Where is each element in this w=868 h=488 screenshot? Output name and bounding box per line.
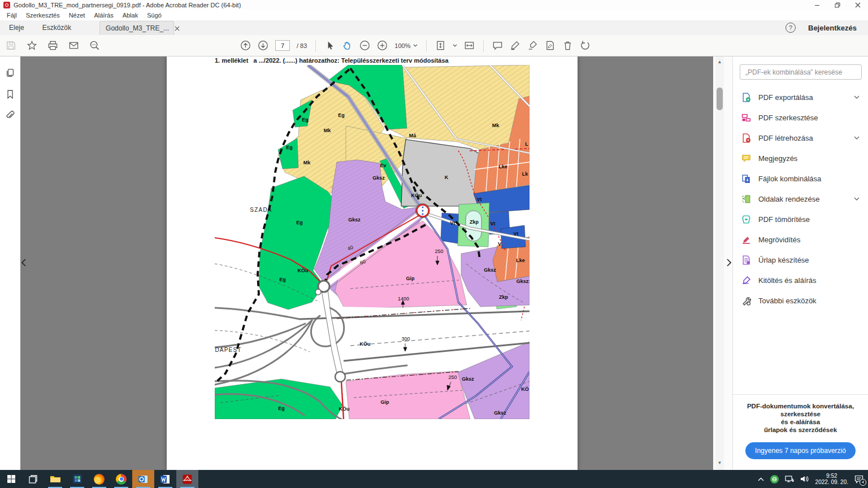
tab-document[interactable]: Godollo_M3_TRE_... (99, 21, 174, 35)
close-button[interactable] (848, 0, 868, 10)
map-label-Mk: Mk (303, 160, 311, 165)
rotate-icon[interactable] (580, 40, 591, 51)
window-title: Godollo_M3_TRE_mod_partnersegi_0919.pdf … (14, 2, 241, 8)
menu-file[interactable]: Fájl (2, 12, 21, 19)
tab-tools[interactable]: Eszközök (33, 20, 80, 35)
sidebar-tool-export-pdf[interactable]: PDF exportálása (733, 87, 868, 107)
restore-button[interactable] (827, 0, 848, 10)
sidebar-tool-organize-pages[interactable]: Oldalak rendezése (733, 189, 868, 209)
send-signature-icon[interactable] (545, 40, 555, 51)
highlight-icon[interactable] (510, 40, 520, 51)
map-label-Gksz: Gksz (372, 175, 385, 181)
tools-search-input[interactable] (740, 64, 862, 80)
zoom-level-select[interactable]: 100% (394, 42, 417, 49)
fit-page-icon[interactable] (435, 40, 446, 51)
free-trial-button[interactable]: Ingyenes 7 napos próbaverzió (745, 442, 856, 459)
tab-home[interactable]: Eleje (0, 20, 33, 35)
expand-right-panel-icon[interactable] (727, 259, 731, 269)
chrome-icon (116, 474, 127, 485)
minimize-button[interactable] (807, 0, 827, 10)
sidebar-tool-redact[interactable]: Megrövidítés (733, 229, 868, 250)
create-pdf-icon (741, 133, 751, 143)
page-thumbnails-icon[interactable] (5, 68, 15, 78)
eset-tray-icon[interactable] (770, 475, 779, 483)
map-label-Gksz: Gksz: (517, 278, 530, 284)
acrobat-app-icon (3, 2, 10, 8)
help-icon[interactable]: ? (785, 23, 796, 33)
word-button[interactable] (154, 470, 176, 488)
document-area[interactable]: 1. melléklet a .../2022. (......) határo… (20, 56, 732, 470)
sidebar-tool-combine-files[interactable]: Fájlok kombinálása (733, 168, 868, 189)
outlook-button[interactable] (132, 470, 154, 488)
menu-sign[interactable]: Aláírás (89, 12, 118, 19)
windows-logo-icon (7, 474, 16, 483)
map-label-V: V (498, 241, 501, 247)
chrome-button[interactable] (110, 470, 132, 488)
scrollbar-thumb[interactable] (717, 88, 723, 110)
email-icon[interactable] (68, 40, 79, 51)
map-label-Gip: Gip (406, 276, 415, 281)
page-total: / 83 (297, 42, 307, 49)
task-view-button[interactable] (22, 470, 44, 488)
select-tool-icon[interactable] (324, 40, 335, 51)
print-icon[interactable] (47, 40, 58, 51)
fill-sign-icon[interactable] (527, 40, 538, 51)
map-label-Vt: Vt (514, 231, 519, 237)
chevron-down-icon[interactable] (854, 197, 860, 201)
sign-in-button[interactable]: Bejelentkezés (808, 24, 857, 32)
sidebar-tool-create-pdf[interactable]: PDF létrehozása (733, 128, 868, 148)
save-icon[interactable] (6, 40, 16, 51)
trial-promo: PDF-dokumentumok konvertálása, szerkeszt… (733, 394, 868, 459)
sidebar-tool-fill-sign[interactable]: Kitöltés és aláírás (733, 270, 868, 290)
sidebar-tool-more-tools[interactable]: További eszközök (733, 290, 868, 311)
zoom-in-icon[interactable] (377, 40, 388, 51)
start-button[interactable] (0, 470, 22, 488)
scroll-down-icon[interactable]: ▼ (715, 459, 724, 467)
menu-view[interactable]: Nézet (64, 12, 90, 19)
tab-bar: Eleje Eszközök Godollo_M3_TRE_... ? Beje… (0, 20, 868, 35)
file-explorer-button[interactable] (44, 470, 66, 488)
delete-pages-icon[interactable] (562, 40, 573, 51)
star-icon[interactable] (27, 40, 37, 51)
app-grid-button[interactable] (66, 470, 88, 488)
vertical-scrollbar[interactable]: ▲ ▼ (715, 56, 724, 470)
zoning-map[interactable]: EgEgMkEgMkMáMkLLkeLkEvGkszKKÖuVtSZADAGks… (215, 65, 530, 419)
attachments-icon[interactable] (5, 111, 15, 121)
chevron-down-icon[interactable] (453, 44, 457, 47)
map-label-Ku: KÖu (298, 268, 309, 273)
map-label-Eg: Eg (302, 117, 309, 123)
tab-close-icon[interactable] (175, 26, 180, 31)
volume-tray-icon[interactable] (800, 475, 809, 483)
sidebar-tool-prepare-form[interactable]: Űrlap készítése (733, 250, 868, 270)
fit-width-icon[interactable] (464, 40, 475, 51)
page-number-input[interactable] (275, 40, 290, 51)
previous-page-icon[interactable] (240, 40, 251, 51)
chevron-down-icon[interactable] (854, 95, 860, 99)
sidebar-tool-compress-pdf[interactable]: PDF tömörítése (733, 209, 868, 229)
page-header-text: 1. melléklet a .../2022. (......) határo… (215, 57, 449, 64)
menu-window[interactable]: Ablak (118, 12, 143, 19)
collapse-left-panel-icon[interactable] (21, 259, 26, 269)
sidebar-tool-edit-pdf[interactable]: PDF szerkesztése (733, 107, 868, 128)
acrobat-taskbar-button[interactable] (176, 470, 198, 488)
pdf-page[interactable]: 1. melléklet a .../2022. (......) határo… (167, 56, 578, 470)
comment-icon[interactable] (492, 40, 503, 51)
action-center-icon[interactable]: 4 (854, 475, 863, 483)
zoom-out-icon[interactable] (359, 40, 370, 51)
map-label-Gksz: Gksz (462, 376, 474, 382)
next-page-icon[interactable] (258, 40, 268, 51)
sidebar-tool-comment[interactable]: Megjegyzés (733, 148, 868, 168)
firefox-button[interactable] (88, 470, 110, 488)
menu-edit[interactable]: Szerkesztés (21, 12, 64, 19)
search-icon[interactable] (89, 40, 100, 51)
network-tray-icon[interactable] (785, 475, 794, 483)
map-label-Mk: Mk (324, 128, 331, 133)
bookmarks-icon[interactable] (5, 89, 15, 99)
chevron-down-icon[interactable] (854, 136, 860, 140)
menu-bar: Fájl Szerkesztés Nézet Aláírás Ablak Súg… (0, 10, 868, 20)
tray-expand-icon[interactable] (758, 477, 764, 481)
tray-clock[interactable]: 9:52 2022. 09. 20. (815, 473, 848, 485)
hand-tool-icon[interactable] (342, 40, 353, 51)
menu-help[interactable]: Súgó (142, 12, 166, 19)
scroll-up-icon[interactable]: ▲ (715, 58, 724, 66)
